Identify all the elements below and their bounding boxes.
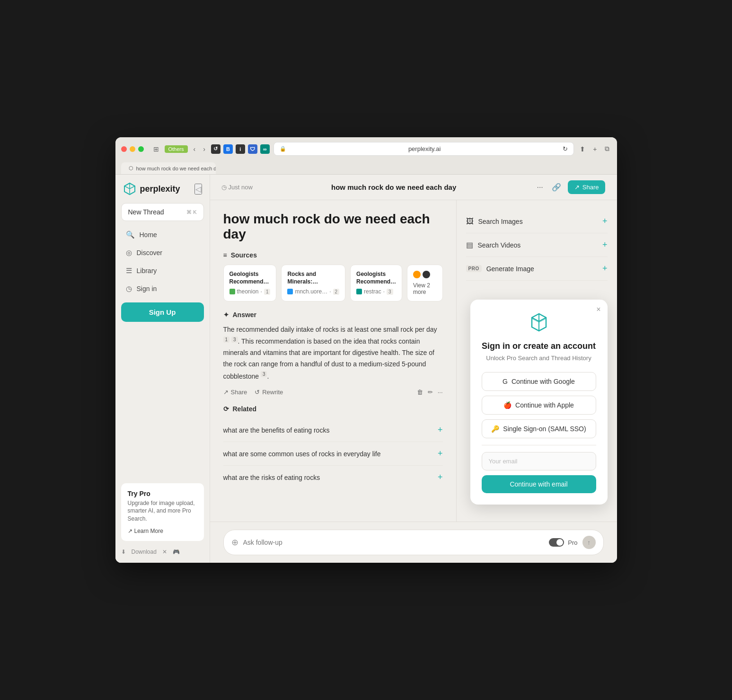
twitter-icon[interactable]: ✕ bbox=[162, 549, 167, 555]
rewrite-btn[interactable]: ↺ Rewrite bbox=[255, 389, 283, 396]
search-videos-item[interactable]: ▤ Search Videos + bbox=[466, 233, 608, 257]
right-panel: 🖼 Search Images + ▤ Search Videos + bbox=[456, 200, 617, 522]
perplexity-logo-icon bbox=[123, 182, 136, 195]
related-header: ⟳ Related bbox=[223, 405, 443, 413]
google-icon: G bbox=[503, 378, 508, 385]
search-videos-label: Search Videos bbox=[478, 241, 521, 249]
share-button[interactable]: ↗ Share bbox=[568, 180, 606, 194]
sidebar-home-label: Home bbox=[140, 231, 157, 239]
sidebar-item-home[interactable]: 🔍 Home bbox=[121, 227, 204, 243]
try-pro-card: Try Pro Upgrade for image upload, smarte… bbox=[121, 483, 204, 541]
source-card-1[interactable]: Geologists Recommend… theonion · 1 bbox=[223, 265, 277, 301]
answer-body: The recommended daily intake of rocks is… bbox=[223, 326, 437, 380]
back-btn[interactable]: ‹ bbox=[192, 144, 198, 154]
minimize-traffic-light[interactable] bbox=[130, 146, 135, 152]
clock-icon: ◷ bbox=[221, 184, 227, 191]
source-meta-3: restrac · 3 bbox=[356, 288, 396, 295]
new-thread-button[interactable]: New Thread ⌘ K bbox=[121, 203, 204, 221]
timestamp: ◷ Just now bbox=[221, 184, 253, 191]
sidebar-item-discover[interactable]: ◎ Discover bbox=[121, 245, 204, 261]
related-item-2[interactable]: what are some common uses of rocks in ev… bbox=[223, 442, 443, 466]
copy-btn[interactable]: 🗑 bbox=[417, 389, 423, 396]
search-videos-left: ▤ Search Videos bbox=[466, 240, 521, 249]
source-card-3[interactable]: Geologists Recommend… restrac · 3 bbox=[350, 265, 402, 301]
refresh-icon[interactable]: ↻ bbox=[563, 145, 568, 152]
tab-bar: ⬡ how much rock do we need each day bbox=[121, 159, 611, 174]
share-answer-btn[interactable]: ↗ Share bbox=[223, 389, 247, 396]
source-site-1: theonion bbox=[237, 288, 259, 295]
learn-more-arrow: ↗ bbox=[128, 528, 132, 534]
apple-signin-btn[interactable]: 🍎 Continue with Apple bbox=[482, 396, 596, 415]
signin-icon: ◷ bbox=[126, 284, 132, 293]
follow-up-field[interactable] bbox=[243, 539, 545, 546]
sso-signin-btn[interactable]: 🔑 Single Sign-on (SAML SSO) bbox=[482, 419, 596, 438]
pro-badge: PRO bbox=[466, 265, 482, 272]
modal-close-button[interactable]: × bbox=[596, 305, 600, 314]
continue-email-btn[interactable]: Continue with email bbox=[482, 475, 596, 493]
ext-icon-1[interactable]: ↺ bbox=[211, 144, 220, 154]
top-bar: ◷ Just now how much rock do we need each… bbox=[210, 175, 617, 200]
submit-button[interactable]: ↑ bbox=[582, 536, 596, 549]
try-pro-title: Try Pro bbox=[128, 490, 197, 497]
maximize-traffic-light[interactable] bbox=[138, 146, 144, 152]
edit-btn[interactable]: ✏ bbox=[428, 389, 433, 396]
source-card-2[interactable]: Rocks and Minerals:… mnch.uore… · 2 bbox=[281, 265, 345, 301]
view-more-text: View 2 more bbox=[413, 282, 436, 295]
related-item-3[interactable]: what are the risks of eating rocks + bbox=[223, 466, 443, 489]
timestamp-text: Just now bbox=[229, 184, 253, 191]
home-icon: 🔍 bbox=[126, 230, 135, 239]
view-more-card[interactable]: View 2 more bbox=[407, 265, 442, 301]
search-videos-plus: + bbox=[602, 240, 608, 250]
tabs-overview-btn[interactable]: ⧉ bbox=[603, 144, 611, 154]
sidebar-item-signin[interactable]: ◷ Sign in bbox=[121, 281, 204, 297]
download-label[interactable]: Download bbox=[132, 549, 157, 555]
search-images-plus: + bbox=[602, 216, 608, 226]
ext-icon-teal[interactable]: ∞ bbox=[260, 144, 270, 154]
logo-area: perplexity ◁ bbox=[121, 182, 204, 195]
active-tab[interactable]: ⬡ how much rock do we need each day bbox=[121, 162, 216, 174]
add-icon[interactable]: ⊕ bbox=[231, 537, 238, 548]
more-options-btn[interactable]: ··· bbox=[535, 181, 545, 194]
close-traffic-light[interactable] bbox=[121, 146, 127, 152]
ext-icon-shield[interactable]: 🛡 bbox=[248, 144, 257, 154]
generate-image-label: Generate Image bbox=[486, 265, 534, 273]
address-bar[interactable]: 🔒 perplexity.ai ↻ bbox=[273, 142, 574, 156]
ref-sup-1: 1 bbox=[223, 337, 230, 343]
generate-image-plus: + bbox=[602, 264, 608, 274]
related-item-1[interactable]: what are the benefits of eating rocks + bbox=[223, 418, 443, 442]
url-text: perplexity.ai bbox=[289, 145, 560, 152]
sidebar-toggle-btn[interactable]: ⊞ bbox=[151, 144, 161, 154]
ext-icon-2[interactable]: B bbox=[223, 144, 233, 154]
source-favicon-2 bbox=[287, 289, 293, 294]
share-page-btn[interactable]: ⬆ bbox=[578, 144, 587, 154]
answer-section: ✦ Answer The recommended daily intake of… bbox=[223, 311, 443, 396]
toggle-knob bbox=[556, 539, 563, 546]
email-input[interactable] bbox=[482, 452, 596, 470]
download-icon[interactable]: ⬇ bbox=[121, 549, 126, 555]
sidebar-bottom: Try Pro Upgrade for image upload, smarte… bbox=[121, 476, 204, 555]
logo-text: perplexity bbox=[140, 184, 180, 194]
pro-toggle[interactable]: Pro bbox=[549, 538, 577, 547]
new-tab-btn[interactable]: + bbox=[591, 144, 599, 154]
ref-sup-3: 3 bbox=[261, 371, 267, 377]
learn-more-button[interactable]: ↗ Learn More bbox=[128, 528, 163, 534]
ext-icon-3[interactable]: i bbox=[236, 144, 245, 154]
share-answer-label: Share bbox=[231, 389, 247, 396]
view-more-dot-2 bbox=[423, 271, 430, 278]
more-answer-btn[interactable]: ··· bbox=[438, 389, 443, 396]
sidebar-item-library[interactable]: ☰ Library bbox=[121, 263, 204, 279]
sidebar-collapse-btn[interactable]: ◁ bbox=[194, 184, 202, 195]
discord-icon[interactable]: 🎮 bbox=[173, 549, 180, 555]
forward-btn[interactable]: › bbox=[201, 144, 207, 154]
generate-image-item[interactable]: PRO Generate Image + bbox=[466, 257, 608, 281]
query-title: how much rock do we need each day bbox=[223, 212, 443, 242]
search-images-item[interactable]: 🖼 Search Images + bbox=[466, 210, 608, 233]
search-images-icon: 🖼 bbox=[466, 217, 474, 226]
related-text-2: what are some common uses of rocks in ev… bbox=[223, 450, 381, 458]
signup-button[interactable]: Sign Up bbox=[121, 302, 204, 322]
link-copy-btn[interactable]: 🔗 bbox=[550, 181, 563, 194]
toggle-switch[interactable] bbox=[549, 538, 564, 547]
google-signin-btn[interactable]: G Continue with Google bbox=[482, 372, 596, 391]
logo: perplexity bbox=[123, 182, 180, 195]
signin-modal: × Sign in or create an account Unlock Pr… bbox=[470, 300, 608, 505]
